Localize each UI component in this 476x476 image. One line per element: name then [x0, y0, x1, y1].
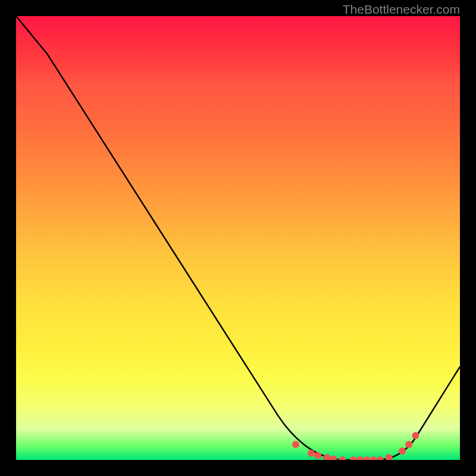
data-point — [350, 456, 357, 460]
data-point — [399, 447, 406, 455]
chart-plot-area — [16, 16, 460, 460]
data-point — [386, 454, 393, 460]
data-point — [370, 456, 377, 460]
data-points-group — [292, 432, 419, 460]
data-point — [377, 456, 384, 460]
data-point — [412, 432, 419, 439]
data-point — [314, 452, 321, 459]
data-point — [330, 456, 337, 460]
data-point — [292, 441, 299, 448]
data-point — [323, 454, 330, 460]
data-point — [356, 456, 364, 460]
bottleneck-curve — [16, 16, 460, 460]
chart-svg — [16, 16, 460, 460]
data-point — [339, 456, 346, 460]
data-point — [405, 441, 412, 448]
curve-group — [16, 16, 460, 460]
attribution-text: TheBottlenecker.com — [343, 2, 460, 17]
data-point — [308, 450, 315, 457]
data-point — [363, 456, 370, 460]
